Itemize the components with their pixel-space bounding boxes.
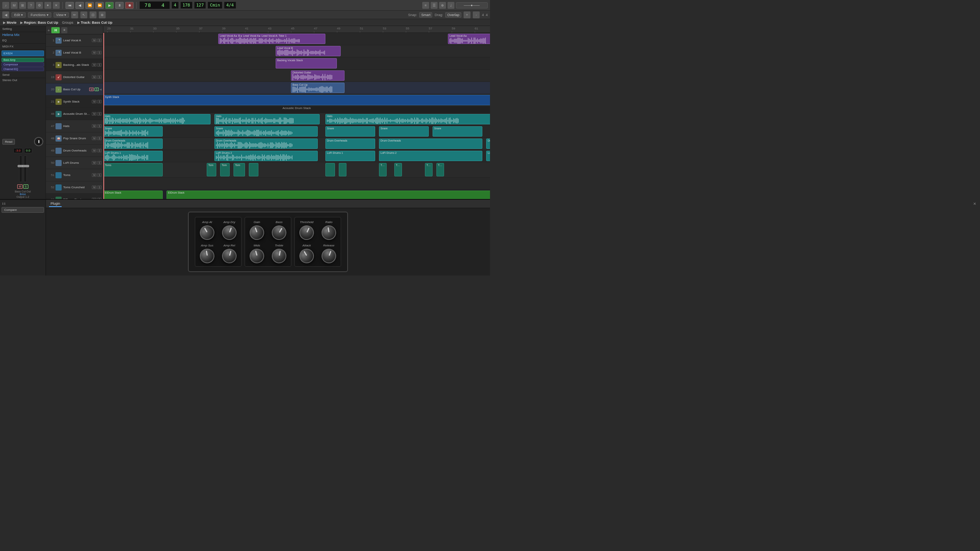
channel-eq-plugin[interactable]: Channel EQ <box>2 67 44 71</box>
solo-3[interactable]: S <box>97 63 101 67</box>
mute-46[interactable]: M <box>92 112 96 116</box>
clip-lofi-4[interactable]: LoFi Drums 2 <box>379 151 482 161</box>
solo-20[interactable]: S <box>95 88 99 91</box>
mute-20[interactable]: M <box>89 88 94 91</box>
pointer-icon[interactable]: ↖ <box>80 11 87 18</box>
solo-46[interactable]: S <box>97 112 101 116</box>
mute-48[interactable]: M <box>92 137 96 140</box>
clip-tom-small-7[interactable]: Toms <box>379 163 387 176</box>
clip-lofi-2[interactable]: LoFi Drums 2 <box>214 151 318 161</box>
clip-tom-small-6[interactable] <box>339 163 346 176</box>
track-row-20[interactable]: 20 ♪ Bass Cut Up M S ◀ <box>46 83 103 96</box>
brice-label[interactable]: Brice <box>2 193 43 196</box>
gain-knob[interactable] <box>248 223 266 242</box>
clip-hats-1[interactable]: Hats <box>103 114 211 124</box>
clip-tom-small-10[interactable]: Toms <box>436 163 444 176</box>
clip-bass-cut-up[interactable]: Bass Cut Up <box>291 83 345 93</box>
threshold-knob[interactable] <box>297 223 316 242</box>
marquee-icon[interactable]: ⊡ <box>90 11 96 18</box>
track-row-51[interactable]: 51 Toms M S <box>46 169 103 181</box>
app-icon[interactable]: ♪ <box>2 2 9 9</box>
track-row-2[interactable]: 2 🎤 Lead Vocal B M S <box>46 47 103 59</box>
clip-overheads-3[interactable]: Drum Overheads <box>325 139 375 149</box>
clip-snare-5[interactable]: Snare <box>433 126 482 137</box>
clip-snare-4[interactable]: Snare <box>379 126 429 137</box>
clip-overheads-5[interactable]: Drum Overheads <box>486 139 490 149</box>
clip-tom-small-5[interactable] <box>325 163 335 176</box>
attack-knob[interactable] <box>297 246 317 266</box>
edit-menu-button[interactable]: Edit <box>11 12 26 18</box>
compressor-plugin[interactable]: Compressor <box>2 62 44 67</box>
track-options-icon[interactable]: ≡ <box>61 27 67 33</box>
back-arrow-icon[interactable]: ◀ <box>2 11 9 18</box>
track-row-50[interactable]: 50 LoFi Drums M S <box>46 157 103 169</box>
clip-tom-small-3[interactable]: Tom <box>234 163 245 176</box>
track-row-1[interactable]: 1 🎤 Lead Vocal A M S <box>46 34 103 47</box>
track-row-21[interactable]: 21 ▶ Synth Stack M S <box>46 96 103 108</box>
track-row-53[interactable]: 53 ▶ ElDrum Stack M S <box>46 194 103 199</box>
clip-toms-1[interactable]: Toms <box>103 163 163 176</box>
clip-tom-small-1[interactable]: Tom <box>207 163 216 176</box>
fader-track-right[interactable] <box>24 155 27 182</box>
clip-snare-1[interactable]: Snare <box>103 126 163 137</box>
play-button[interactable]: ▶ <box>105 2 114 9</box>
release-knob[interactable] <box>320 247 338 266</box>
midi2-icon[interactable]: ⊕ <box>439 2 446 9</box>
clip-tom-small-4[interactable] <box>249 163 258 176</box>
compare-button[interactable]: Compare <box>2 207 44 213</box>
read-button[interactable]: Read <box>2 139 15 145</box>
clip-snare-3[interactable]: Snare <box>325 126 375 137</box>
clip-tom-small-2[interactable]: Tom <box>220 163 230 176</box>
volume-slider[interactable]: ——●—— <box>456 2 488 8</box>
zoom-in-icon[interactable]: + <box>464 11 470 18</box>
mute-49[interactable]: M <box>92 149 96 152</box>
clip-backing-vocals[interactable]: Backing Vocals Stack <box>276 58 337 68</box>
track-row-19[interactable]: 19 🎸 Distorted Guitar M S <box>46 71 103 83</box>
amp-sus-knob[interactable] <box>199 248 216 264</box>
midi-icon[interactable]: M <box>11 2 18 9</box>
fader-thumb-right[interactable] <box>22 165 29 167</box>
solo-48[interactable]: S <box>97 137 101 140</box>
lock-icon[interactable]: ✕ <box>53 2 60 9</box>
add-track-button[interactable]: + <box>47 28 50 33</box>
bass-amp-plugin[interactable]: Bass Amp <box>2 58 44 62</box>
treble-knob[interactable] <box>271 248 287 264</box>
clip-lofi-1[interactable]: LoFi Drums 1 <box>103 151 163 161</box>
amp-at-knob[interactable] <box>197 223 217 243</box>
h-button[interactable]: H <box>51 27 60 33</box>
snap-icon[interactable]: ⊞ <box>19 2 26 9</box>
solo-50[interactable]: S <box>97 161 101 165</box>
clip-synth-stack[interactable]: Synth Stack <box>103 95 490 105</box>
help-icon[interactable]: ? <box>28 2 34 9</box>
mute-53[interactable]: M <box>92 198 96 199</box>
solo-53[interactable]: S <box>97 198 101 199</box>
mute-2[interactable]: M <box>92 51 96 54</box>
mute-3[interactable]: M <box>92 63 96 67</box>
pause-button[interactable]: ⏸ <box>115 2 124 9</box>
clip-snare-2[interactable]: Snare <box>214 126 318 137</box>
score-icon[interactable]: ♩ <box>448 2 454 9</box>
clip-eldrum-2[interactable]: ElDrum Stack <box>167 191 490 199</box>
clip-lofi-5[interactable]: LoFi Drums 2 <box>486 151 490 161</box>
view-menu-button[interactable]: View <box>54 12 69 18</box>
clip-distorted-guitar[interactable]: Distorted Guitar <box>291 70 345 81</box>
clip-overheads-4[interactable]: Drum Overheads <box>379 139 482 149</box>
drag-value[interactable]: Overlap <box>445 12 461 18</box>
solo-52[interactable]: S <box>97 186 101 189</box>
clip-overheads-2[interactable]: Drum Overheads <box>214 139 318 149</box>
settings-icon[interactable]: ⚙ <box>36 2 43 9</box>
clip-overheads-1[interactable]: Drum Overheads <box>103 139 163 149</box>
bottom-tab-plugin[interactable]: Plugin <box>49 201 62 207</box>
pan-knob[interactable] <box>34 137 43 146</box>
solo-49[interactable]: S <box>97 149 101 152</box>
mute-19[interactable]: M <box>92 75 96 79</box>
clip-tom-small-9[interactable]: Toms <box>425 163 433 176</box>
clip-hats-2[interactable]: Hats <box>214 114 320 124</box>
clip-lead-vocal-a-2[interactable]: Lead Vocal A ▸ <box>448 34 490 44</box>
clip-lead-vocal-a-1[interactable]: Lead Vocal A ▸ B ▸ Lead Vocal A ▸ Lead V… <box>218 34 325 44</box>
pencil-icon[interactable]: ✏ <box>71 11 78 18</box>
track-row-52[interactable]: 52 Toms Crunched M S <box>46 181 103 194</box>
mute-50[interactable]: M <box>92 161 96 165</box>
clip-hats-3[interactable]: Hats <box>325 114 490 124</box>
solo-47[interactable]: S <box>97 124 101 128</box>
